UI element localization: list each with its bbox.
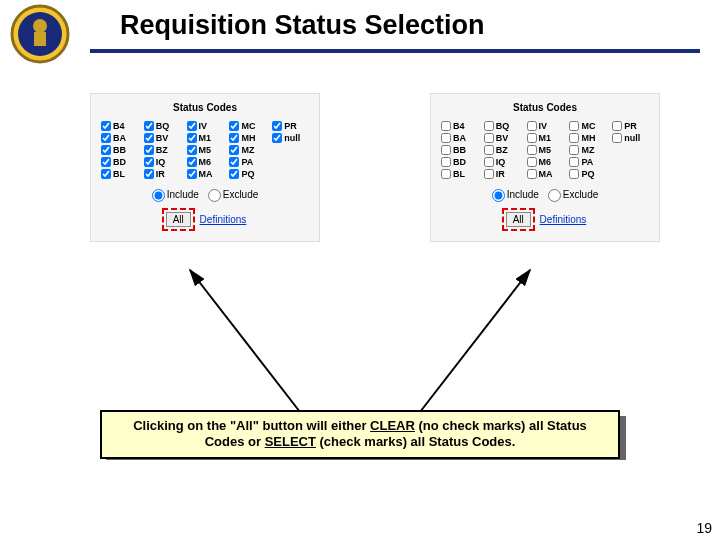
status-code-checkbox[interactable]: IR <box>484 169 521 179</box>
status-code-checkbox[interactable]: PQ <box>569 169 606 179</box>
status-code-checkbox[interactable]: BQ <box>484 121 521 131</box>
status-code-checkbox[interactable]: PQ <box>229 169 266 179</box>
status-code-checkbox[interactable]: BV <box>484 133 521 143</box>
status-code-checkbox[interactable]: BV <box>144 133 181 143</box>
status-code-checkbox[interactable]: IQ <box>144 157 181 167</box>
status-code-checkbox[interactable]: M1 <box>187 133 224 143</box>
exclude-radio[interactable]: Exclude <box>208 189 259 200</box>
definitions-link[interactable]: Definitions <box>538 213 589 226</box>
status-code-checkbox[interactable]: PA <box>569 157 606 167</box>
include-radio[interactable]: Include <box>152 189 199 200</box>
status-code-checkbox[interactable]: M5 <box>527 145 564 155</box>
status-code-empty <box>272 145 309 155</box>
status-code-checkbox[interactable]: BZ <box>484 145 521 155</box>
all-button-highlight: All <box>502 208 535 231</box>
status-code-checkbox[interactable]: MH <box>569 133 606 143</box>
slide-title: Requisition Status Selection <box>0 10 720 41</box>
status-code-checkbox[interactable]: MC <box>569 121 606 131</box>
include-exclude-group: Include Exclude <box>441 189 649 202</box>
status-code-checkbox[interactable]: null <box>272 133 309 143</box>
status-code-checkbox[interactable]: BA <box>101 133 138 143</box>
status-code-checkbox[interactable]: B4 <box>441 121 478 131</box>
status-code-checkbox[interactable]: MZ <box>569 145 606 155</box>
all-button-highlight: All <box>162 208 195 231</box>
status-code-checkbox[interactable]: BB <box>441 145 478 155</box>
status-code-checkbox[interactable]: M1 <box>527 133 564 143</box>
panel-title: Status Codes <box>441 102 649 113</box>
status-code-checkbox[interactable]: null <box>612 133 649 143</box>
all-button[interactable]: All <box>166 212 191 227</box>
status-code-checkbox[interactable]: M5 <box>187 145 224 155</box>
status-code-checkbox[interactable]: M6 <box>187 157 224 167</box>
status-code-checkbox[interactable]: PR <box>612 121 649 131</box>
status-code-empty <box>272 169 309 179</box>
include-radio[interactable]: Include <box>492 189 539 200</box>
status-code-checkbox[interactable]: IV <box>187 121 224 131</box>
status-code-checkbox[interactable]: BL <box>441 169 478 179</box>
status-code-checkbox[interactable]: BZ <box>144 145 181 155</box>
status-code-checkbox[interactable]: BD <box>441 157 478 167</box>
status-code-checkbox[interactable]: BD <box>101 157 138 167</box>
status-code-checkbox[interactable]: MA <box>187 169 224 179</box>
status-code-checkbox[interactable]: MC <box>229 121 266 131</box>
status-code-checkbox[interactable]: BA <box>441 133 478 143</box>
status-code-empty <box>272 157 309 167</box>
status-code-checkbox[interactable]: IV <box>527 121 564 131</box>
status-code-empty <box>612 157 649 167</box>
status-code-checkbox[interactable]: BQ <box>144 121 181 131</box>
svg-point-2 <box>33 19 47 33</box>
status-code-checkbox[interactable]: IQ <box>484 157 521 167</box>
svg-rect-3 <box>34 32 46 46</box>
status-code-checkbox[interactable]: PR <box>272 121 309 131</box>
status-code-checkbox[interactable]: BB <box>101 145 138 155</box>
status-code-checkbox[interactable]: M6 <box>527 157 564 167</box>
explanation-callout: Clicking on the "All" button will either… <box>100 410 620 459</box>
exclude-radio[interactable]: Exclude <box>548 189 599 200</box>
status-codes-panel-unchecked: Status Codes B4BQIVMCPRBABVM1MHnullBBBZM… <box>430 93 660 242</box>
page-number: 19 <box>696 520 712 536</box>
all-button[interactable]: All <box>506 212 531 227</box>
panel-title: Status Codes <box>101 102 309 113</box>
status-code-checkbox[interactable]: MZ <box>229 145 266 155</box>
status-code-empty <box>612 169 649 179</box>
definitions-link[interactable]: Definitions <box>198 213 249 226</box>
status-code-checkbox[interactable]: BL <box>101 169 138 179</box>
include-exclude-group: Include Exclude <box>101 189 309 202</box>
status-code-empty <box>612 145 649 155</box>
status-code-checkbox[interactable]: MH <box>229 133 266 143</box>
status-codes-panel-checked: Status Codes B4BQIVMCPRBABVM1MHnullBBBZM… <box>90 93 320 242</box>
status-code-checkbox[interactable]: MA <box>527 169 564 179</box>
status-code-checkbox[interactable]: B4 <box>101 121 138 131</box>
status-code-checkbox[interactable]: PA <box>229 157 266 167</box>
status-code-checkbox[interactable]: IR <box>144 169 181 179</box>
